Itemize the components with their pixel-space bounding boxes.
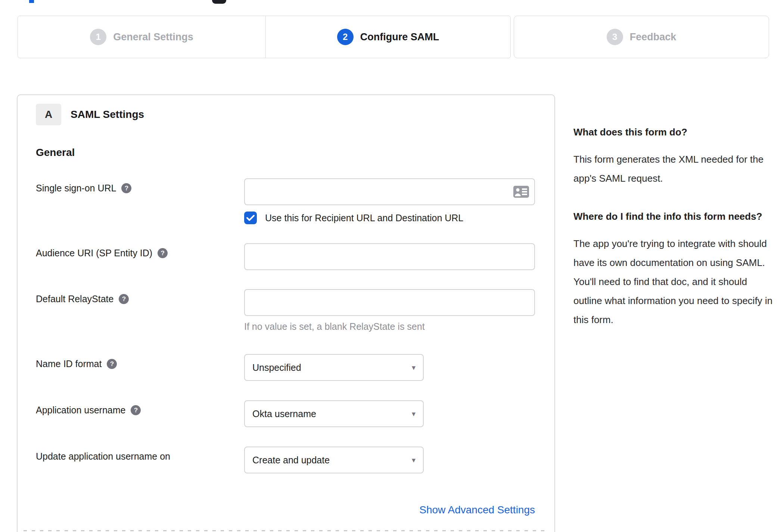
name-id-format-label: Name ID format: [36, 359, 102, 369]
checkmark-icon: [246, 215, 255, 221]
panel-header: A SAML Settings: [36, 104, 554, 125]
help-icon[interactable]: ?: [107, 359, 117, 369]
field-row-single-sign-on-url: Single sign-on URL ?: [36, 178, 554, 224]
step-3-number-badge: 3: [607, 29, 623, 45]
step-1-number-badge: 1: [90, 29, 106, 45]
section-dashed-divider: [24, 530, 548, 531]
chevron-down-icon: ▾: [412, 456, 416, 464]
field-row-audience-uri: Audience URI (SP Entity ID) ?: [36, 243, 554, 270]
advanced-settings-row: Show Advanced Settings: [36, 504, 535, 516]
sidebar-heading-where: Where do I find the info this form needs…: [573, 207, 775, 225]
section-title: SAML Settings: [71, 109, 144, 121]
sidebar-heading-what: What does this form do?: [573, 123, 775, 141]
help-icon[interactable]: ?: [121, 183, 131, 193]
field-row-application-username: Application username ? Okta username ▾: [36, 400, 554, 427]
sidebar-body-what: This form generates the XML needed for t…: [573, 150, 775, 188]
default-relaystate-input[interactable]: [244, 289, 535, 316]
configure-saml-page: 1 General Settings 2 Configure SAML 3 Fe…: [0, 0, 781, 532]
audience-uri-input[interactable]: [244, 243, 535, 270]
step-1-label: General Settings: [113, 31, 193, 43]
saml-settings-panel: A SAML Settings General Single sign-on U…: [17, 94, 555, 532]
section-a-badge: A: [36, 104, 61, 125]
application-username-select[interactable]: Okta username ▾: [244, 400, 424, 427]
application-username-value: Okta username: [252, 409, 316, 419]
update-username-on-select[interactable]: Create and update ▾: [244, 447, 424, 473]
name-id-format-value: Unspecified: [252, 362, 301, 373]
help-icon[interactable]: ?: [119, 294, 129, 304]
recipient-destination-checkbox-label[interactable]: Use this for Recipient URL and Destinati…: [265, 213, 463, 223]
recipient-destination-checkbox[interactable]: [244, 212, 257, 224]
name-id-format-select[interactable]: Unspecified ▾: [244, 354, 424, 381]
field-row-update-username-on: Update application username on Create an…: [36, 447, 554, 473]
help-sidebar: What does this form do? This form genera…: [573, 123, 775, 329]
cutoff-blue-fragment: [29, 0, 34, 3]
application-username-label: Application username: [36, 405, 125, 416]
step-feedback-inner: 3 Feedback: [607, 16, 676, 58]
update-username-on-value: Create and update: [252, 455, 330, 466]
help-icon[interactable]: ?: [158, 248, 168, 258]
relaystate-helper-text: If no value is set, a blank RelayState i…: [244, 321, 554, 332]
contact-card-icon: [513, 186, 529, 198]
chevron-down-icon: ▾: [412, 409, 416, 418]
step-feedback[interactable]: 3 Feedback: [514, 16, 769, 58]
cutoff-dark-fragment: [212, 0, 226, 4]
step-2-label: Configure SAML: [360, 31, 439, 43]
field-row-default-relaystate: Default RelayState ? If no value is set,…: [36, 289, 554, 332]
help-icon[interactable]: ?: [131, 405, 141, 415]
chevron-down-icon: ▾: [412, 363, 416, 372]
default-relaystate-label: Default RelayState: [36, 294, 113, 304]
step-configure-saml[interactable]: 2 Configure SAML: [265, 16, 510, 58]
field-row-name-id-format: Name ID format ? Unspecified ▾: [36, 354, 554, 381]
single-sign-on-url-input[interactable]: [244, 178, 535, 205]
show-advanced-settings-link[interactable]: Show Advanced Settings: [419, 504, 535, 516]
wizard-stepper: 1 General Settings 2 Configure SAML 3 Fe…: [18, 16, 769, 58]
audience-uri-label: Audience URI (SP Entity ID): [36, 248, 152, 259]
single-sign-on-url-label: Single sign-on URL: [36, 183, 116, 194]
update-username-on-label: Update application username on: [36, 451, 170, 462]
stepper-group: 1 General Settings 2 Configure SAML: [18, 16, 511, 58]
sidebar-body-where: The app you're trying to integrate with …: [573, 234, 775, 329]
step-3-label: Feedback: [630, 31, 676, 43]
step-2-number-badge: 2: [337, 29, 354, 45]
group-title-general: General: [36, 147, 554, 159]
step-general-settings[interactable]: 1 General Settings: [18, 16, 265, 58]
